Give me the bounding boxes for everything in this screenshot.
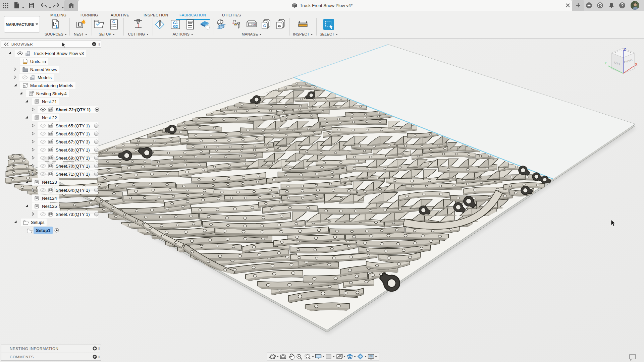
svg-text:G: G [112, 20, 115, 24]
svg-text:G2: G2 [173, 24, 178, 28]
svg-text:G: G [263, 24, 266, 28]
svg-text:Y: Y [604, 61, 607, 65]
svg-text:X: X [635, 62, 638, 66]
svg-text:Z: Z [624, 47, 626, 52]
svg-text:G1: G1 [173, 21, 178, 25]
